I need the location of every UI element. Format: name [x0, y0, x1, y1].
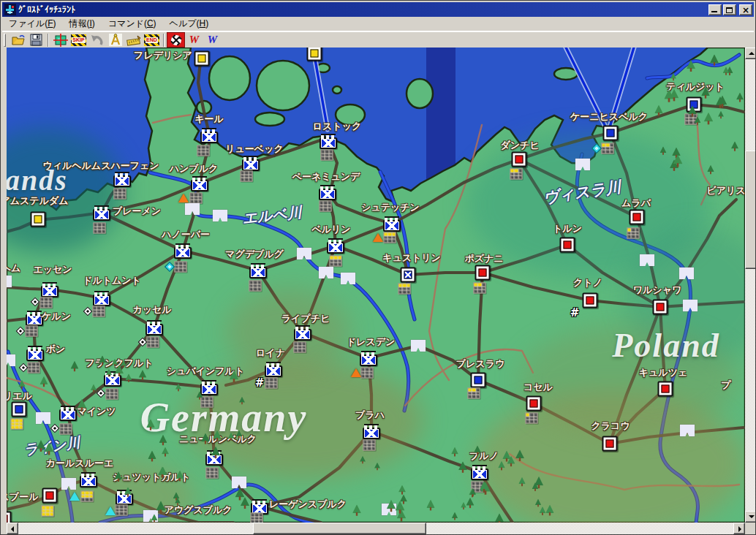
w-red-button[interactable]: W: [185, 32, 203, 48]
unit-flag-marker[interactable]: [575, 159, 591, 171]
menu-command[interactable]: コマンド(C): [102, 16, 163, 31]
scroll-left-button[interactable]: [7, 523, 18, 534]
w-blue-button[interactable]: W: [203, 32, 222, 48]
unit-flag-marker[interactable]: [143, 510, 159, 523]
city-icon-factory[interactable]: [205, 454, 223, 466]
unit-flag-marker[interactable]: [683, 300, 698, 312]
city-icon-yellow[interactable]: [194, 51, 210, 67]
menu-info[interactable]: 情報(I): [62, 16, 101, 31]
city-icon-factory[interactable]: [80, 476, 97, 487]
horizontal-scrollbar[interactable]: [7, 523, 745, 534]
unit-flag-marker[interactable]: [61, 478, 77, 490]
city-icon-factory[interactable]: [327, 242, 344, 254]
city-icon-factory[interactable]: [26, 349, 44, 361]
menu-file[interactable]: ファイル(F): [2, 16, 62, 31]
end-turn-button[interactable]: END: [143, 32, 161, 48]
unit-flag-marker[interactable]: [319, 267, 334, 279]
unit-flag-marker[interactable]: [679, 268, 695, 280]
measure-button[interactable]: [106, 32, 124, 48]
city-icon-red[interactable]: [630, 210, 645, 225]
resource-grid: [206, 468, 219, 479]
maximize-button[interactable]: [723, 4, 736, 15]
resource-grid: [114, 189, 126, 200]
city-icon-factory[interactable]: [59, 409, 77, 421]
unit-flag-marker[interactable]: [36, 412, 51, 425]
city-icon-factory[interactable]: [383, 220, 401, 232]
center-map-button[interactable]: [51, 32, 69, 48]
toolbar-grip[interactable]: [4, 34, 6, 47]
white-diamond-marker: [83, 307, 93, 316]
unit-flag-marker[interactable]: [7, 276, 12, 288]
unit-flag-marker[interactable]: [382, 504, 397, 516]
save-button[interactable]: [27, 32, 45, 48]
city-icon-factory[interactable]: [242, 159, 260, 171]
city-icon-red[interactable]: [653, 300, 668, 315]
resource-grid: [384, 232, 396, 243]
menu-help[interactable]: ヘルプ(H): [163, 16, 216, 31]
city-icon-red[interactable]: [658, 382, 673, 397]
city-icon-factory[interactable]: [174, 247, 192, 259]
scroll-up-button[interactable]: [745, 48, 756, 59]
map-viewport[interactable]: フレデリシアキールリューベックロストックペーネミュンデウィルヘルムスハーフェンハ…: [7, 48, 745, 523]
undo-button[interactable]: [88, 32, 106, 48]
city-icon-red[interactable]: [42, 488, 58, 504]
city-icon-yellow[interactable]: [307, 48, 322, 61]
city-label: ケーニヒスベルク: [570, 110, 648, 124]
tree-icon: [716, 97, 725, 109]
city-icon-factory[interactable]: [113, 175, 131, 187]
vertical-scroll-thumb[interactable]: [745, 151, 756, 269]
city-icon-red[interactable]: [526, 396, 542, 411]
unit-flag-marker[interactable]: [185, 203, 200, 216]
city-icon-factory[interactable]: [93, 295, 110, 306]
unit-flag-marker[interactable]: [680, 425, 695, 437]
city-icon-red[interactable]: [475, 265, 491, 281]
city-icon-factory[interactable]: [249, 267, 267, 278]
city-icon-factory[interactable]: [116, 493, 133, 505]
unit-flag-marker[interactable]: [640, 254, 655, 267]
city-icon-blue[interactable]: [12, 402, 27, 417]
germany-flag-button[interactable]: [167, 32, 185, 48]
unit-flag-marker[interactable]: [7, 354, 16, 367]
skip-button[interactable]: SKIP: [69, 32, 88, 48]
city-icon-yellow[interactable]: [31, 212, 46, 227]
unit-flag-marker[interactable]: [297, 248, 312, 260]
vertical-scrollbar[interactable]: [745, 48, 756, 523]
city-icon-factory[interactable]: [360, 354, 377, 366]
city-icon-factory[interactable]: [41, 286, 58, 297]
city-icon-factory[interactable]: [363, 428, 380, 439]
city-icon-red[interactable]: [583, 293, 598, 308]
city-icon-factory[interactable]: [294, 329, 311, 341]
city-icon-factory[interactable]: [200, 132, 218, 143]
city-icon-factory[interactable]: [145, 324, 163, 335]
city-label: トルン: [553, 222, 582, 235]
scroll-right-button[interactable]: [733, 523, 745, 534]
city-icon-blue[interactable]: [603, 126, 619, 141]
minimize-button[interactable]: [708, 4, 722, 15]
city-icon-factory[interactable]: [471, 468, 488, 480]
city-icon-factory[interactable]: [319, 189, 336, 200]
city-icon-red[interactable]: [512, 152, 527, 167]
unit-flag-marker[interactable]: [341, 273, 356, 285]
city-icon-blue[interactable]: [687, 97, 702, 113]
city-icon-red[interactable]: [560, 238, 575, 253]
city-icon-red[interactable]: [602, 436, 618, 452]
city-icon-blue[interactable]: [471, 373, 486, 388]
city-icon-factory[interactable]: [265, 365, 282, 377]
unit-flag-marker[interactable]: [232, 477, 247, 489]
city-icon-factory[interactable]: [191, 180, 208, 191]
city-icon-factory[interactable]: [320, 137, 337, 149]
city-icon-red[interactable]: [7, 512, 12, 523]
city-icon-factory[interactable]: [26, 314, 43, 326]
resource-grid: [265, 378, 278, 389]
horizontal-scroll-thumb[interactable]: [253, 523, 426, 534]
city-icon-factory[interactable]: [93, 209, 110, 221]
city-icon-bluex[interactable]: [401, 268, 416, 283]
ruler-button[interactable]: [124, 32, 143, 48]
scroll-down-button[interactable]: [745, 511, 756, 523]
close-button[interactable]: ×: [739, 4, 752, 15]
unit-flag-marker[interactable]: [411, 340, 426, 352]
city-icon-factory[interactable]: [104, 375, 121, 387]
open-file-button[interactable]: [9, 32, 27, 48]
city-label: リューベック: [225, 143, 284, 156]
unit-flag-marker[interactable]: [213, 210, 228, 222]
